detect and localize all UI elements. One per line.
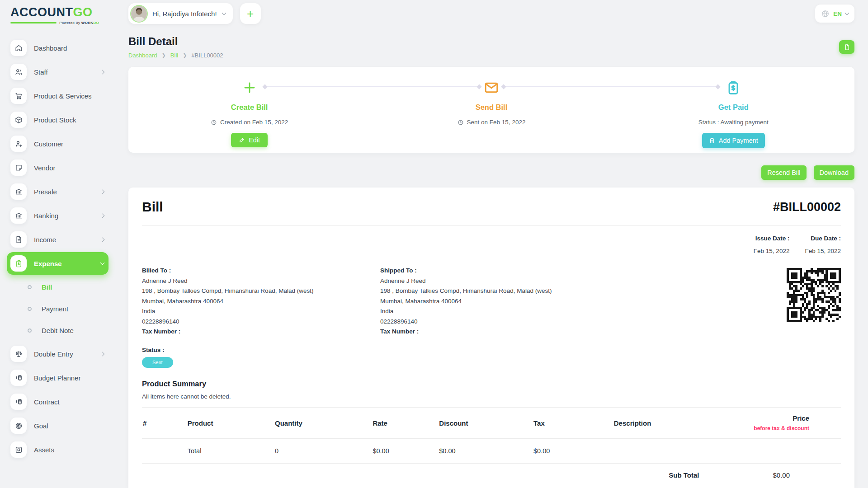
invoice-icon — [10, 231, 27, 248]
scale-icon — [10, 346, 27, 362]
total-row: Total 0 $0.00 $0.00 $0.00 — [142, 439, 841, 464]
assets-icon — [10, 441, 27, 458]
top-bar: Hi, Rajodiya Infotech! + EN — [128, 2, 854, 25]
cart-icon — [10, 88, 27, 104]
plus-icon — [242, 78, 257, 98]
breadcrumb-dashboard[interactable]: Dashboard — [128, 52, 157, 59]
product-summary-note: All items here cannot be deleted. — [142, 393, 841, 400]
col-rate: Rate — [369, 408, 435, 439]
bullet-ring-icon — [28, 328, 32, 333]
users-icon — [10, 64, 27, 80]
edit-bill-button[interactable]: Edit — [231, 133, 268, 147]
page-header: Bill Detail Dashboard ❯ Bill ❯ #BILL0000… — [128, 35, 854, 59]
total-quantity: 0 — [271, 439, 369, 464]
chevron-right-icon — [100, 70, 105, 74]
chevron-down-icon — [100, 260, 105, 265]
sidebar-item-customer[interactable]: Customer — [7, 132, 108, 155]
sidebar-item-budget-planner[interactable]: Budget Planner — [7, 366, 108, 389]
step-send-bill: Send Bill Sent on Feb 15, 2022 — [370, 67, 612, 153]
due-date-value: Feb 15, 2022 — [805, 248, 841, 254]
chevron-down-icon — [222, 10, 226, 15]
paid-clipboard-icon — [725, 78, 741, 98]
coins-icon — [10, 394, 27, 410]
sidebar-item-dashboard[interactable]: Dashboard — [7, 37, 108, 59]
bill-title: Bill — [142, 199, 163, 215]
sidebar-item-income[interactable]: Income — [7, 228, 108, 251]
bill-parties: Billed To : Adrienne J Reed 198 , Bombay… — [142, 267, 841, 335]
main-content: Hi, Rajodiya Infotech! + EN Bill Detail … — [117, 0, 868, 488]
chevron-right-icon — [100, 213, 105, 218]
sidebar-item-expense[interactable]: Expense — [7, 252, 108, 275]
sidebar-subitem-bill[interactable]: Bill — [10, 276, 117, 298]
breadcrumb: Dashboard ❯ Bill ❯ #BILL00002 — [128, 52, 223, 59]
step-create-bill: Create Bill Created on Feb 15, 2022 Edit — [128, 67, 370, 153]
sidebar-subitem-payment[interactable]: Payment — [10, 298, 117, 319]
home-icon — [10, 40, 27, 56]
total-label: Total — [184, 439, 271, 464]
quick-add-button[interactable]: + — [240, 3, 261, 24]
breadcrumb-separator: ❯ — [162, 52, 166, 58]
col-tax: Tax — [530, 408, 610, 439]
breadcrumb-bill[interactable]: Bill — [170, 52, 178, 59]
breadcrumb-current: #BILL00002 — [191, 52, 223, 59]
download-button[interactable]: Download — [814, 165, 855, 180]
issue-date-value: Feb 15, 2022 — [754, 248, 790, 254]
created-date-text: Created on Feb 15, 2022 — [220, 119, 288, 126]
bill-dates: Issue Date : Feb 15, 2022 Due Date : Feb… — [142, 235, 841, 254]
greeting-text: Hi, Rajodiya Infotech! — [152, 10, 217, 18]
clock-icon — [458, 119, 464, 126]
chevron-right-icon — [100, 237, 105, 242]
col-discount: Discount — [435, 408, 530, 439]
bullet-ring-icon — [28, 285, 32, 289]
sent-date-text: Sent on Feb 15, 2022 — [467, 119, 526, 126]
brand-logo[interactable]: ACCOUNTGO Powered By WORKDO — [10, 6, 117, 25]
sidebar-item-presale[interactable]: Presale — [7, 180, 108, 203]
chevron-down-icon — [845, 10, 849, 15]
due-date-label: Due Date : — [805, 235, 841, 242]
coins-icon — [10, 370, 27, 386]
chevron-right-icon — [100, 189, 105, 194]
brand-name: ACCOUNTGO — [10, 6, 117, 19]
total-tax: $0.00 — [530, 439, 610, 464]
envelope-icon — [483, 78, 500, 98]
add-payment-button[interactable]: Add Payment — [702, 133, 765, 148]
preview-document-button[interactable] — [839, 40, 854, 54]
sidebar-subitem-debit-note[interactable]: Debit Note — [10, 319, 117, 341]
user-plus-icon — [10, 136, 27, 152]
user-menu[interactable]: Hi, Rajodiya Infotech! — [128, 3, 233, 24]
clock-icon — [211, 119, 217, 126]
sidebar-item-contract[interactable]: Contract — [7, 390, 108, 413]
language-selector[interactable]: EN — [815, 5, 854, 23]
sidebar-item-goal[interactable]: Goal — [7, 414, 108, 437]
chevron-right-icon — [100, 352, 105, 356]
sidebar-item-vendor[interactable]: Vendor — [7, 156, 108, 179]
brand-underline — [10, 22, 57, 23]
bullet-ring-icon — [28, 307, 32, 311]
divider — [142, 225, 841, 226]
bill-actions: Resend Bill Download — [128, 165, 854, 180]
bill-number: #BILL00002 — [773, 200, 841, 214]
sidebar-item-banking[interactable]: Banking — [7, 204, 108, 227]
sidebar-item-assets[interactable]: Assets — [7, 438, 108, 461]
shipped-to-block: Shipped To : Adrienne J Reed 198 , Bomba… — [380, 267, 787, 335]
subtotal-row: Sub Total $0.00 — [142, 464, 841, 488]
sidebar-item-product-stock[interactable]: Product Stock — [7, 108, 108, 131]
bill-progress-card: Create Bill Created on Feb 15, 2022 Edit… — [128, 67, 854, 153]
sidebar-item-double-entry[interactable]: Double Entry — [7, 343, 108, 365]
price-note: before tax & discount — [729, 425, 809, 432]
sidebar-menu: Dashboard Staff Product & Services — [10, 37, 117, 461]
progress-connector — [503, 86, 719, 87]
issue-date-label: Issue Date : — [754, 235, 790, 242]
bank-icon — [10, 207, 27, 224]
total-rate: $0.00 — [369, 439, 435, 464]
language-code: EN — [833, 10, 842, 17]
bill-detail-card: Bill #BILL00002 Issue Date : Feb 15, 202… — [128, 188, 854, 488]
subtotal-label: Sub Total — [669, 471, 699, 479]
sidebar: ACCOUNTGO Powered By WORKDO Dashboard St… — [0, 0, 117, 488]
sidebar-item-product-services[interactable]: Product & Services — [7, 84, 108, 107]
resend-bill-button[interactable]: Resend Bill — [761, 165, 806, 180]
total-discount: $0.00 — [435, 439, 530, 464]
billed-to-block: Billed To : Adrienne J Reed 198 , Bombay… — [142, 267, 380, 335]
sidebar-item-staff[interactable]: Staff — [7, 61, 108, 83]
col-description: Description — [610, 408, 726, 439]
